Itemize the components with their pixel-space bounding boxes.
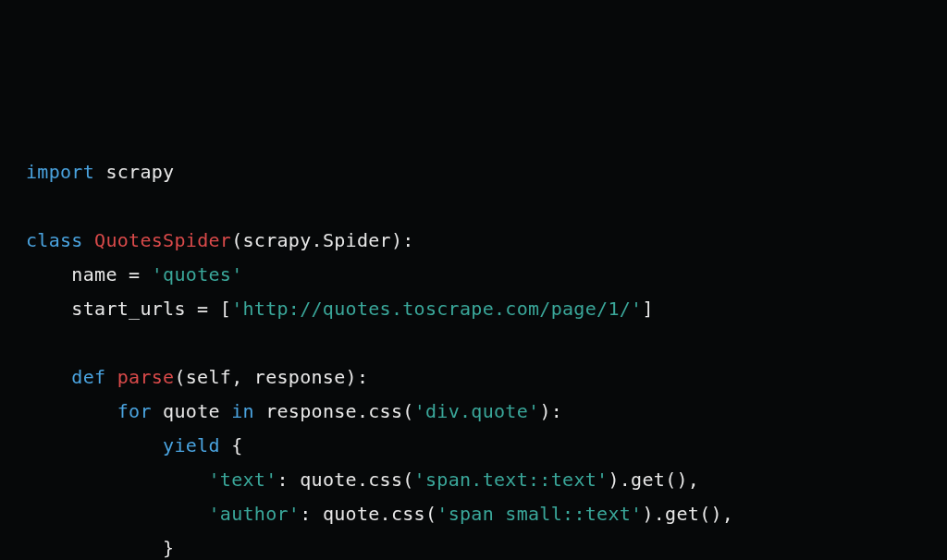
keyword-import: import (26, 161, 94, 183)
space (83, 229, 94, 251)
space (94, 161, 105, 183)
string-selector-author: 'span small::text' (437, 503, 642, 525)
string-quotes: 'quotes' (152, 263, 243, 286)
keyword-yield: yield (26, 434, 220, 457)
indent (26, 503, 208, 525)
dict-end: ).get(), (642, 503, 733, 525)
brace-close: } (26, 537, 174, 559)
function-signature: (self, response): (174, 366, 368, 388)
dict-mid: : quote.css( (300, 503, 437, 525)
close: ): (539, 400, 562, 422)
dict-key-text: 'text' (208, 469, 277, 491)
keyword-class: class (26, 229, 83, 251)
module-scrapy: scrapy (105, 161, 174, 183)
assign-starturls: start_urls = [ (26, 298, 231, 320)
string-selector: 'div.quote' (414, 400, 540, 422)
code-block: import scrapy class QuotesSpider(scrapy.… (26, 155, 921, 560)
loop-var: quote (152, 400, 231, 422)
keyword-for: for (26, 400, 152, 422)
dict-key-author: 'author' (208, 503, 300, 525)
keyword-def: def (26, 366, 105, 388)
string-url: 'http://quotes.toscrape.com/page/1/' (231, 298, 642, 320)
class-name: QuotesSpider (94, 229, 231, 251)
dict-mid: : quote.css( (277, 469, 414, 491)
function-name: parse (105, 366, 174, 388)
class-bases: (scrapy.Spider): (231, 229, 413, 251)
string-selector-text: 'span.text::text' (414, 469, 609, 491)
assign-name: name = (26, 263, 152, 286)
dict-end: ).get(), (608, 469, 699, 491)
loop-expr: response.css( (254, 400, 414, 422)
close-bracket: ] (642, 298, 653, 320)
brace-open: { (220, 434, 243, 457)
indent (26, 469, 208, 491)
keyword-in: in (231, 400, 254, 422)
